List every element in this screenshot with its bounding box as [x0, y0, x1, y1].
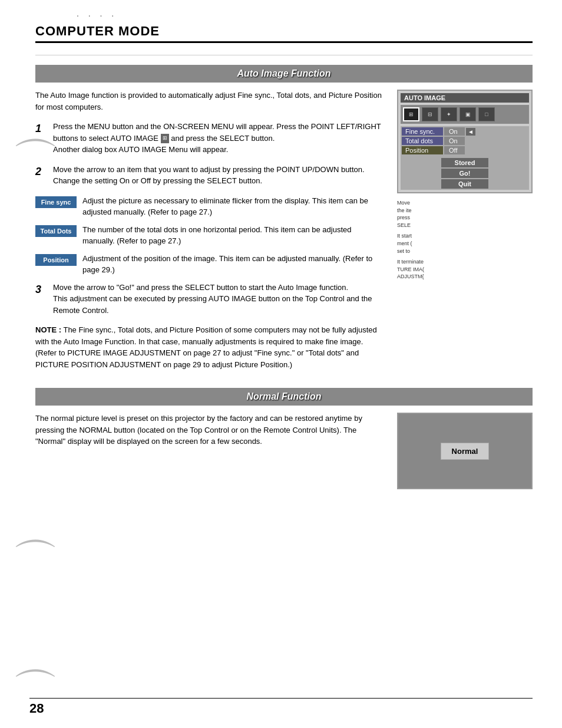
ui-quit-btn[interactable]: Quit [441, 179, 488, 189]
auto-image-right-panel: AUTO IMAGE ⊞ ⊟ ✦ ▣ □ Fine sync. On ◄ [397, 90, 533, 370]
step-3-text: Move the arrow to "Go!" and press the SE… [53, 282, 385, 317]
step-2-text: Move the arrow to an item that you want … [53, 164, 385, 187]
ui-panel-buttons: Stored Go! Quit [401, 157, 529, 190]
position-item: Position Adjustment of the position of t… [35, 253, 385, 276]
section-title: COMPUTER MODE [35, 24, 533, 39]
ui-icon-3: ✦ [441, 107, 457, 121]
total-dots-badge: Total Dots [35, 225, 77, 237]
step-2: 2 Move the arrow to an item that you wan… [35, 164, 385, 187]
ui-row-total-dots: Total dots On [402, 137, 528, 145]
ui-icon-5: □ [478, 107, 495, 121]
auto-image-title: Auto Image Function [237, 68, 330, 78]
ui-row-total-dots-value: On [444, 137, 465, 145]
step-1: 1 Press the MENU button and the ON-SCREE… [35, 121, 385, 156]
panel-side-annotation-1: Movethe itepressSELE [397, 199, 533, 229]
auto-image-left: The Auto Image function is provided to a… [35, 90, 385, 370]
position-text: Adjustment of the position of the image.… [82, 253, 385, 276]
fine-sync-badge: Fine sync [35, 196, 77, 208]
ui-row-fine-sync-arrow: ◄ [466, 128, 475, 136]
bracket-decoration-2: ⌒ [12, 531, 59, 594]
section-header: COMPUTER MODE [35, 24, 533, 43]
bottom-divider [29, 698, 533, 699]
ui-row-total-dots-label: Total dots [402, 137, 443, 145]
ui-row-fine-sync-value: On [444, 127, 465, 136]
note-block: NOTE : The Fine sync., Total dots, and P… [35, 324, 385, 370]
fine-sync-text: Adjust the picture as necessary to elimi… [82, 195, 385, 218]
ui-icon-4: ▣ [459, 107, 476, 121]
ui-icon-2: ⊟ [422, 107, 438, 121]
bracket-decoration-1: ⌒ [12, 130, 59, 193]
auto-image-intro: The Auto Image function is provided to a… [35, 90, 385, 113]
ui-panel-rows: Fine sync. On ◄ Total dots On Position O… [401, 126, 529, 157]
ui-row-position-value: Off [444, 146, 465, 154]
fine-sync-item: Fine sync Adjust the picture as necessar… [35, 195, 385, 218]
top-decorative-dots: . . . . [77, 9, 117, 18]
normal-function-content: The normal picture level is preset on th… [35, 413, 533, 489]
ui-row-position: Position Off [402, 146, 528, 154]
auto-image-title-bar: Auto Image Function [35, 65, 533, 83]
normal-function-right: Normal [397, 413, 533, 489]
auto-image-content: The Auto Image function is provided to a… [35, 90, 533, 370]
step-3-number: 3 [35, 282, 47, 317]
normal-function-section: Normal Function The normal picture level… [35, 388, 533, 489]
step-3: 3 Move the arrow to "Go!" and press the … [35, 282, 385, 317]
note-text: The Fine sync., Total dots, and Picture … [35, 325, 377, 369]
normal-function-left: The normal picture level is preset on th… [35, 413, 385, 489]
normal-function-title: Normal Function [246, 391, 321, 401]
page-number: 28 [29, 701, 44, 716]
ui-go-btn[interactable]: Go! [441, 169, 488, 178]
ui-stored-btn[interactable]: Stored [441, 158, 488, 167]
page: . . . . COMPUTER MODE Auto Image Functio… [0, 0, 562, 728]
ui-panel-title: AUTO IMAGE [401, 93, 529, 103]
total-dots-item: Total Dots The number of the total dots … [35, 224, 385, 247]
normal-function-title-bar: Normal Function [35, 388, 533, 406]
ui-icon-1: ⊞ [403, 107, 419, 121]
ui-row-position-label: Position [402, 146, 443, 154]
panel-side-annotation-2: It startment (set to [397, 232, 533, 255]
ui-panel-icons: ⊞ ⊟ ✦ ▣ □ [401, 105, 529, 124]
note-title: NOTE : [35, 325, 61, 334]
total-dots-text: The number of the total dots in one hori… [82, 224, 385, 247]
normal-display-label: Normal [441, 443, 490, 460]
ui-row-fine-sync: Fine sync. On ◄ [402, 127, 528, 136]
normal-function-text: The normal picture level is preset on th… [35, 413, 385, 447]
step-1-text: Press the MENU button and the ON-SCREEN … [53, 121, 385, 156]
panel-side-annotation-3: It terminateTURE IMA(ADJUSTM{ [397, 258, 533, 281]
ui-row-fine-sync-label: Fine sync. [402, 127, 443, 136]
auto-image-ui-panel: AUTO IMAGE ⊞ ⊟ ✦ ▣ □ Fine sync. On ◄ [397, 90, 533, 193]
normal-display-panel: Normal [397, 413, 533, 489]
position-badge: Position [35, 254, 77, 266]
